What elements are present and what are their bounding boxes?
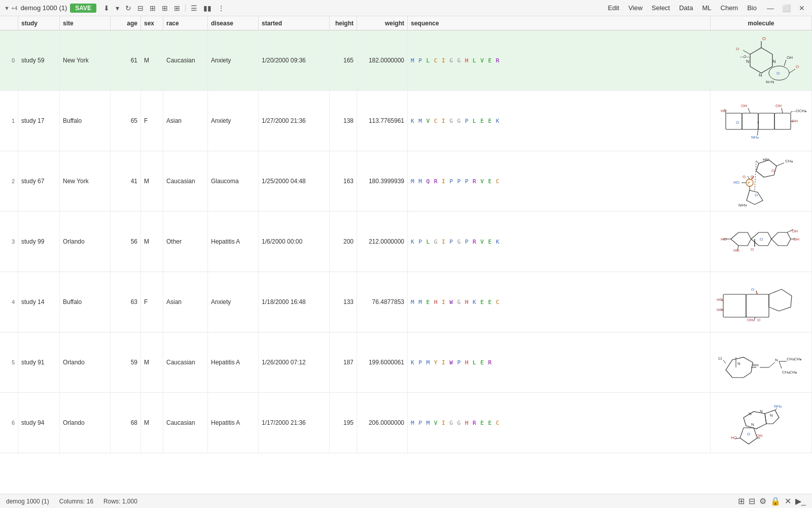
svg-text:CH₃: CH₃ <box>785 159 793 163</box>
cell-started: 1/20/2000 09:36 <box>259 30 330 90</box>
svg-text:N≡N: N≡N <box>738 203 747 208</box>
titlebar: ▼ +4 demog 1000 (1) SAVE ⬇ ▾ ↻ ⊟ ⊞ ⊞ ⊞ ☰… <box>0 0 812 16</box>
grid-view3-icon[interactable]: ⊞ <box>172 3 182 13</box>
filter-icon[interactable]: ⊟ <box>135 3 146 13</box>
save-button[interactable]: SAVE <box>70 4 96 13</box>
col-header-height[interactable]: height <box>330 16 357 30</box>
svg-line-100 <box>775 409 777 410</box>
cell-molecule: HO OH OH OH O NH₂ —OCH₃ <box>711 91 812 151</box>
cell-race: Asian <box>163 272 208 332</box>
menu-edit[interactable]: Edit <box>604 3 623 13</box>
table-row[interactable]: 3 study 99 Orlando 56 M Other Hepatitis … <box>0 212 812 272</box>
svg-rect-16 <box>726 113 742 129</box>
svg-line-14 <box>743 50 750 54</box>
col-header-idx[interactable] <box>0 16 18 30</box>
grid-view2-icon[interactable]: ⊞ <box>160 3 170 13</box>
cell-sequence: M M E H I W G H K E E C <box>408 272 711 332</box>
cell-molecule: N Cl NH N CH₂CH₃ CH₂CH₃ <box>711 332 812 392</box>
cell-sex: F <box>141 272 163 332</box>
menu-ml[interactable]: ML <box>698 3 715 13</box>
cell-sequence: M M Q R I P P P R V E C <box>408 151 711 211</box>
cell-weight: 212.0000000 <box>357 212 408 272</box>
svg-text:NH: NH <box>753 363 759 367</box>
cell-age: 65 <box>111 91 141 151</box>
svg-rect-19 <box>774 113 791 129</box>
svg-line-23 <box>748 108 750 113</box>
col-header-weight[interactable]: weight <box>357 16 408 30</box>
cell-disease: Hepatitis A <box>208 393 259 453</box>
table-row[interactable]: 2 study 67 New York 41 M Caucasian Glauc… <box>0 151 812 212</box>
col-header-site[interactable]: site <box>60 16 111 30</box>
cell-race: Other <box>163 212 208 272</box>
menu-view[interactable]: View <box>624 3 647 13</box>
cell-study: study 91 <box>18 332 60 392</box>
cell-weight: 199.6000061 <box>357 332 408 392</box>
titlebar-actions: ⬇ ▾ ↻ ⊟ ⊞ ⊞ ⊞ ☰ ▮▮ ⋮ <box>101 3 227 13</box>
download-icon[interactable]: ⬇ <box>101 3 112 13</box>
svg-text:O: O <box>751 247 754 252</box>
list-view-icon[interactable]: ☰ <box>189 3 199 13</box>
cell-weight: 113.7765961 <box>357 91 408 151</box>
menu-bio[interactable]: Bio <box>743 3 761 13</box>
svg-text:HO: HO <box>731 435 737 440</box>
cell-race: Caucasian <box>163 151 208 211</box>
svg-marker-69 <box>769 289 792 311</box>
bar-chart-icon[interactable]: ▮▮ <box>201 3 214 13</box>
close-icon[interactable]: ✕ <box>796 4 808 12</box>
svg-text:HN: HN <box>763 157 769 162</box>
col-header-sequence[interactable]: sequence <box>408 16 711 30</box>
svg-text:N: N <box>759 73 762 78</box>
col-header-molecule[interactable]: molecule <box>711 16 812 30</box>
cell-race: Asian <box>163 91 208 151</box>
cell-height: 187 <box>330 332 357 392</box>
molecule-image: HO HO O OH O <box>713 274 809 330</box>
scatter-chart-icon[interactable]: ⋮ <box>216 3 227 13</box>
cell-weight: 180.3999939 <box>357 151 408 211</box>
svg-text:N: N <box>746 59 750 64</box>
col-header-sex[interactable]: sex <box>141 16 163 30</box>
svg-line-75 <box>756 291 757 294</box>
molecule-image: N Cl NH N CH₂CH₃ CH₂CH₃ <box>713 334 809 390</box>
cell-molecule: HN O CH₃ HO P O O O N≡N <box>711 151 812 211</box>
refresh-icon[interactable]: ↻ <box>123 3 133 13</box>
minimize-icon[interactable]: — <box>764 4 777 12</box>
cell-height: 163 <box>330 151 357 211</box>
menu-select[interactable]: Select <box>648 3 674 13</box>
table-row[interactable]: 1 study 17 Buffalo 65 F Asian Anxiety 1/… <box>0 91 812 151</box>
cell-weight: 206.0000000 <box>357 393 408 453</box>
col-header-study[interactable]: study <box>18 16 60 30</box>
menu-data[interactable]: Data <box>675 3 697 13</box>
table-row[interactable]: 6 study 94 Orlando 68 M Caucasian Hepati… <box>0 393 812 453</box>
cell-study: study 59 <box>18 30 60 90</box>
col-header-started[interactable]: started <box>259 16 330 30</box>
menu-chem[interactable]: Chem <box>717 3 743 13</box>
dropdown-arrow[interactable]: ▾ <box>114 3 121 13</box>
svg-text:O: O <box>796 64 799 69</box>
grid-view-icon[interactable]: ⊞ <box>148 3 158 13</box>
cell-started: 1/17/2000 21:36 <box>259 393 330 453</box>
svg-text:N: N <box>775 358 778 362</box>
cell-weight: 182.0000000 <box>357 30 408 90</box>
cell-sex: M <box>141 212 163 272</box>
svg-marker-79 <box>726 357 753 378</box>
svg-text:N: N <box>751 422 754 427</box>
table-row[interactable]: 4 study 14 Buffalo 63 F Asian Anxiety 1/… <box>0 272 812 332</box>
cell-sequence: K M V C I G G P L E E K <box>408 91 711 151</box>
svg-text:N=N: N=N <box>766 80 774 84</box>
table-row[interactable]: 0 study 59 New York 61 M Caucasian Anxie… <box>0 30 812 91</box>
col-header-disease[interactable]: disease <box>208 16 259 30</box>
cell-height: 133 <box>330 272 357 332</box>
svg-rect-68 <box>746 294 769 317</box>
svg-text:HO: HO <box>717 297 723 302</box>
cell-site: New York <box>60 151 111 211</box>
col-header-age[interactable]: age <box>111 16 141 30</box>
col-header-race[interactable]: race <box>163 16 208 30</box>
restore-icon[interactable]: ⬜ <box>779 4 794 12</box>
svg-text:N: N <box>760 409 763 414</box>
column-headers: study site age sex race disease started … <box>0 16 812 30</box>
cell-disease: Anxiety <box>208 91 259 151</box>
table-row[interactable]: 5 study 91 Orlando 59 M Caucasian Hepati… <box>0 332 812 393</box>
cell-race: Caucasian <box>163 332 208 392</box>
cell-site: Buffalo <box>60 272 111 332</box>
svg-text:Cl: Cl <box>718 356 722 361</box>
